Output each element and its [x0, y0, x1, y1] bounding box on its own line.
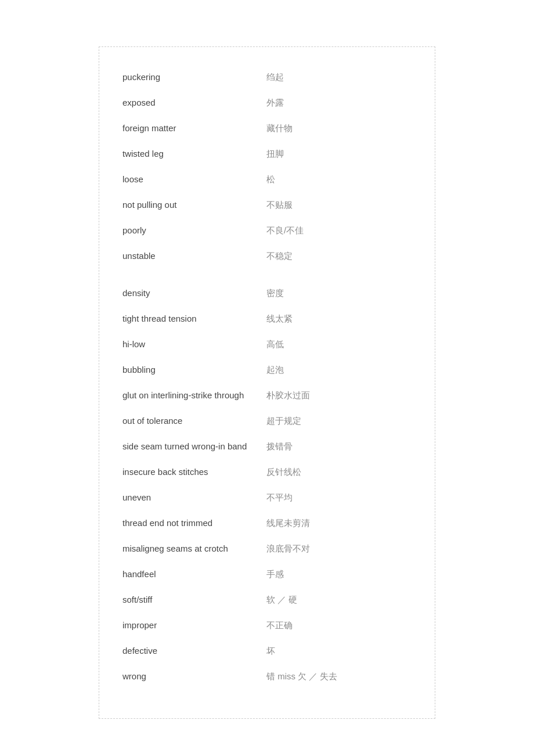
term-chinese: 拨错骨	[266, 440, 293, 453]
term-english: defective	[122, 644, 262, 658]
term-english: hi-low	[122, 337, 262, 351]
term-english: twisted leg	[122, 147, 262, 161]
term-row: out of tolerance超于规定	[122, 408, 412, 434]
term-chinese: 坏	[266, 644, 275, 658]
term-chinese: 线太紧	[266, 312, 293, 326]
page-container: puckering绉起exposed外露foreign matter藏什物twi…	[0, 0, 534, 756]
term-chinese: 扭脚	[266, 147, 284, 161]
term-row: tight thread tension线太紧	[122, 306, 412, 332]
term-chinese: 软 ／ 硬	[266, 593, 297, 607]
term-chinese: 藏什物	[266, 121, 293, 135]
term-english: soft/stiff	[122, 593, 262, 607]
term-chinese: 不良/不佳	[266, 224, 304, 237]
term-english: bubbling	[122, 363, 262, 377]
term-row: loose松	[122, 167, 412, 192]
term-row: improper不正确	[122, 613, 412, 638]
term-row: exposed外露	[122, 90, 412, 116]
term-english: misaligneg seams at crotch	[122, 542, 262, 556]
term-english: exposed	[122, 96, 262, 110]
term-row: foreign matter藏什物	[122, 116, 412, 141]
term-english: not pulling out	[122, 198, 262, 212]
term-english: thread end not trimmed	[122, 516, 262, 530]
term-english: out of tolerance	[122, 414, 262, 428]
term-row: twisted leg扭脚	[122, 141, 412, 167]
term-row: misaligneg seams at crotch浪底骨不对	[122, 536, 412, 561]
term-english: side seam turned wrong-in band	[122, 440, 262, 453]
term-english: tight thread tension	[122, 312, 262, 326]
term-row: bubbling起泡	[122, 357, 412, 383]
term-row: thread end not trimmed线尾未剪清	[122, 510, 412, 536]
term-english: foreign matter	[122, 121, 262, 135]
term-chinese: 外露	[266, 96, 284, 110]
term-chinese: 密度	[266, 286, 284, 300]
term-row: wrong错 miss 欠 ／ 失去	[122, 664, 412, 689]
term-chinese: 反针线松	[266, 465, 301, 479]
term-english: wrong	[122, 669, 262, 683]
term-row: poorly不良/不佳	[122, 218, 412, 243]
term-chinese: 朴胶水过面	[266, 388, 310, 402]
term-english: loose	[122, 172, 262, 186]
term-row: glut on interlining-strike through朴胶水过面	[122, 383, 412, 408]
term-english: improper	[122, 618, 262, 632]
term-chinese: 起泡	[266, 363, 284, 377]
term-chinese: 手感	[266, 567, 284, 581]
term-chinese: 浪底骨不对	[266, 542, 310, 556]
term-row: unstable不稳定	[122, 243, 412, 269]
spacer	[122, 269, 412, 280]
term-english: unstable	[122, 249, 262, 263]
term-chinese: 高低	[266, 337, 284, 351]
term-chinese: 松	[266, 172, 275, 186]
term-chinese: 超于规定	[266, 414, 301, 428]
term-english: handfeel	[122, 567, 262, 581]
term-row: side seam turned wrong-in band拨错骨	[122, 434, 412, 459]
term-chinese: 不稳定	[266, 249, 293, 263]
term-chinese: 不平均	[266, 491, 293, 505]
term-row: insecure back stitches反针线松	[122, 459, 412, 485]
term-chinese: 错 miss 欠 ／ 失去	[266, 669, 338, 683]
term-english: glut on interlining-strike through	[122, 388, 262, 402]
term-english: uneven	[122, 491, 262, 505]
term-chinese: 不贴服	[266, 198, 293, 212]
term-english: density	[122, 286, 262, 300]
terms-list: puckering绉起exposed外露foreign matter藏什物twi…	[122, 64, 412, 689]
term-english: insecure back stitches	[122, 465, 262, 479]
term-row: uneven不平均	[122, 485, 412, 510]
term-row: not pulling out不贴服	[122, 192, 412, 218]
term-row: puckering绉起	[122, 64, 412, 90]
term-english: puckering	[122, 70, 262, 84]
content-box: puckering绉起exposed外露foreign matter藏什物twi…	[99, 46, 435, 719]
term-chinese: 绉起	[266, 70, 284, 84]
term-row: density密度	[122, 280, 412, 306]
term-row: handfeel手感	[122, 561, 412, 587]
term-row: defective坏	[122, 638, 412, 664]
term-row: hi-low高低	[122, 332, 412, 357]
term-english: poorly	[122, 224, 262, 237]
term-chinese: 不正确	[266, 618, 293, 632]
term-chinese: 线尾未剪清	[266, 516, 310, 530]
term-row: soft/stiff软 ／ 硬	[122, 587, 412, 613]
